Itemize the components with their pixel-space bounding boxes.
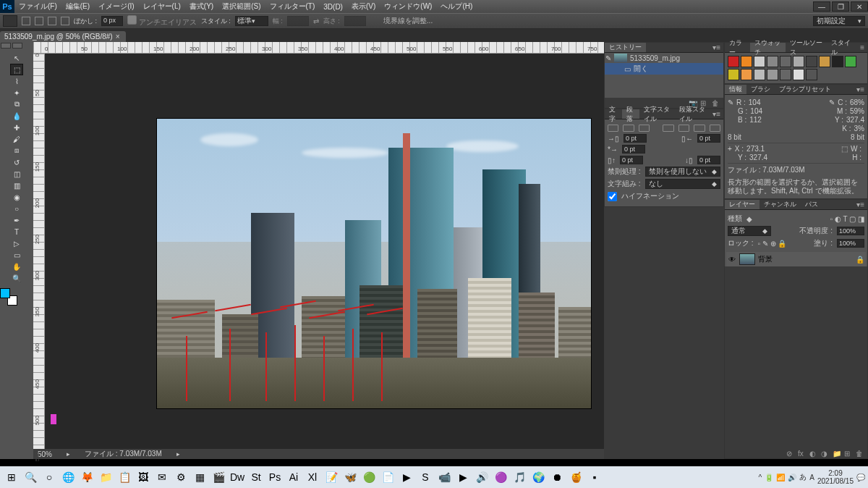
taskbar-app-27[interactable]: 🎵 — [511, 468, 528, 486]
swatch[interactable] — [754, 69, 765, 80]
taskbar-app-2[interactable]: ○ — [41, 468, 58, 486]
tray-ime-icon[interactable]: あ — [799, 472, 807, 482]
swatch[interactable] — [806, 56, 817, 67]
swatch[interactable] — [845, 56, 856, 67]
new-layer-icon[interactable]: ⊞ — [844, 450, 853, 457]
paths-tab[interactable]: パス — [801, 200, 822, 209]
taskbar-app-9[interactable]: ⚙ — [172, 468, 190, 486]
space-after-input[interactable]: 0 pt — [697, 156, 720, 164]
paragraph-tab[interactable]: 段落 — [622, 109, 639, 119]
taskbar-app-10[interactable]: ▦ — [191, 468, 208, 486]
tool-history-brush[interactable]: ↺ — [10, 156, 23, 168]
taskbar-app-5[interactable]: 📁 — [97, 468, 114, 486]
trash-icon[interactable]: 🗑 — [712, 99, 720, 106]
tray-input-icon[interactable]: A — [809, 474, 814, 481]
taskbar-app-12[interactable]: Dw — [229, 468, 246, 486]
brush-tab[interactable]: ブラシ — [746, 85, 775, 94]
menu-type[interactable]: 書式(Y) — [185, 0, 218, 13]
minimize-button[interactable]: — — [813, 1, 830, 12]
taskbar-app-15[interactable]: Ai — [285, 468, 302, 486]
taskbar-app-25[interactable]: 🔊 — [473, 468, 490, 486]
align-right-icon[interactable] — [639, 125, 650, 132]
taskbar-app-22[interactable]: S — [417, 468, 434, 486]
tool-stamp[interactable]: ⧇ — [10, 145, 23, 156]
justify-left-icon[interactable] — [663, 125, 673, 132]
selection-new-icon[interactable] — [22, 17, 30, 25]
swatch[interactable] — [728, 56, 739, 67]
tool-heal[interactable]: ✚ — [10, 122, 23, 133]
tool-brush[interactable]: 🖌 — [10, 133, 23, 145]
menu-3d[interactable]: 3D(D) — [319, 0, 347, 13]
tool-blur[interactable]: ◉ — [10, 191, 23, 203]
menu-edit[interactable]: 編集(E) — [61, 0, 94, 13]
tray-chevron-icon[interactable]: ^ — [759, 474, 762, 481]
menu-layer[interactable]: レイヤー(L) — [139, 0, 185, 13]
panel-menu-icon[interactable]: ▾≡ — [710, 110, 723, 118]
kinsoku-combo[interactable]: 禁則を使用しない◆ — [645, 167, 720, 177]
menu-filter[interactable]: フィルター(T) — [265, 0, 320, 13]
character-tab[interactable]: 文字 — [605, 109, 622, 119]
taskbar-app-1[interactable]: 🔍 — [22, 468, 39, 486]
char-style-tab[interactable]: 文字スタイル — [639, 109, 674, 119]
trash-icon[interactable]: 🗑 — [856, 450, 864, 457]
taskbar-app-28[interactable]: 🌍 — [529, 468, 547, 486]
swatch[interactable] — [741, 69, 752, 80]
canvas-area[interactable] — [45, 54, 604, 449]
tool-marquee[interactable]: ⬚ — [10, 64, 23, 75]
swatch[interactable] — [767, 69, 778, 80]
panel-menu-icon[interactable]: ≡ — [857, 43, 867, 51]
history-source[interactable]: ✎5133509_m.jpg — [605, 53, 723, 63]
taskbar-app-29[interactable]: ⏺ — [548, 468, 566, 486]
mask-icon[interactable]: ◐ — [809, 450, 818, 457]
taskbar-app-0[interactable]: ⊞ — [3, 468, 20, 486]
para-style-tab[interactable]: 段落スタイル — [675, 109, 710, 119]
taskbar-app-8[interactable]: ✉ — [153, 468, 171, 486]
align-left-icon[interactable] — [608, 125, 618, 132]
swatch[interactable] — [728, 69, 739, 80]
history-step-open[interactable]: ▭開く — [605, 63, 723, 75]
taskbar-app-26[interactable]: 🟣 — [492, 468, 509, 486]
style-combo[interactable]: 標準▾ — [235, 16, 268, 26]
horizontal-ruler[interactable]: 0501001502002503003504004505005506006507… — [33, 42, 604, 54]
space-before-input[interactable]: 0 pt — [620, 156, 643, 164]
color-swatches[interactable] — [0, 288, 17, 306]
taskbar-app-4[interactable]: 🦊 — [78, 468, 95, 486]
document-tab[interactable]: 5133509_m.jpg @ 50% (RGB/8#) × — [0, 31, 126, 42]
tool-hand[interactable]: ✋ — [10, 261, 23, 272]
menu-window[interactable]: ウィンドウ(W) — [380, 0, 436, 13]
taskbar-app-21[interactable]: ▶ — [398, 468, 415, 486]
swatch[interactable] — [793, 69, 804, 80]
blend-mode-combo[interactable]: 通常◆ — [728, 226, 771, 236]
toolsource-tab[interactable]: ツールソース — [786, 43, 827, 52]
menu-view[interactable]: 表示(V) — [347, 0, 380, 13]
notification-icon[interactable]: 💬 — [856, 474, 865, 481]
current-tool-icon[interactable] — [3, 15, 17, 27]
quick-mask-indicator[interactable] — [51, 414, 56, 424]
menu-help[interactable]: ヘルプ(H) — [436, 0, 477, 13]
tool-lasso[interactable]: ⌇ — [10, 75, 23, 87]
tray-battery-icon[interactable]: 🔋 — [765, 474, 773, 481]
taskbar-app-3[interactable]: 🌐 — [59, 468, 77, 486]
swatch[interactable] — [780, 69, 791, 80]
justify-right-icon[interactable] — [694, 125, 705, 132]
tool-dodge[interactable]: ○ — [10, 203, 23, 214]
taskbar-app-24[interactable]: ▶ — [454, 468, 472, 486]
visibility-toggle-icon[interactable]: 👁 — [728, 255, 736, 264]
fill-input[interactable]: 100% — [837, 239, 864, 248]
taskbar-app-16[interactable]: Xl — [304, 468, 321, 486]
document-canvas[interactable] — [157, 119, 591, 408]
opacity-input[interactable]: 100% — [837, 227, 864, 235]
taskbar-app-20[interactable]: 📄 — [379, 468, 396, 486]
group-icon[interactable]: 📁 — [833, 450, 841, 457]
tray-volume-icon[interactable]: 🔊 — [788, 474, 796, 481]
taskbar-app-14[interactable]: Ps — [266, 468, 284, 486]
channels-tab[interactable]: チャンネル — [760, 200, 801, 209]
tool-path[interactable]: ▷ — [10, 237, 23, 249]
info-tab[interactable]: 情報 — [725, 85, 746, 94]
menu-image[interactable]: イメージ(I) — [94, 0, 138, 13]
indent-left-input[interactable]: 0 pt — [624, 134, 647, 143]
panel-menu-icon[interactable]: ▾≡ — [710, 43, 723, 51]
tool-shape[interactable]: ▭ — [10, 249, 23, 261]
layer-name[interactable]: 背景 — [758, 254, 773, 264]
swatch[interactable] — [767, 56, 778, 67]
